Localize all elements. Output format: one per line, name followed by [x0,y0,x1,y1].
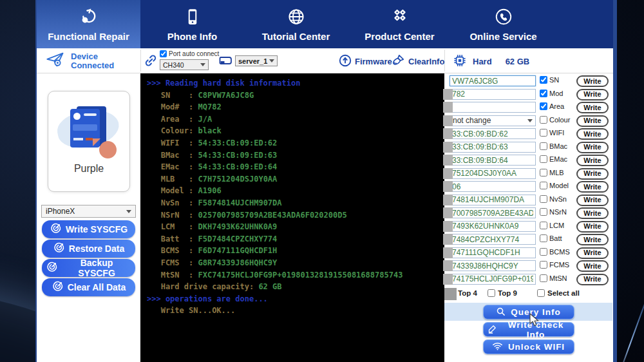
footer-checkbox-label: Select all [547,289,580,297]
field-checkbox[interactable]: MtSN [540,274,567,282]
device-card[interactable]: Purple [48,91,130,192]
field-input-batt[interactable] [450,234,536,245]
checkbox[interactable] [537,289,545,297]
port-auto-connect-checkbox[interactable]: Port auto connect [160,49,219,58]
clear-all-data-button[interactable]: Clear All Data [42,278,135,296]
backup-syscfg-button[interactable]: Backup SYSCFG [42,259,135,277]
checkbox[interactable] [540,142,547,150]
field-input-lcm[interactable] [450,221,536,232]
desktop-wallpaper: Functional Repair Phone Info Tutorial Ce… [0,0,644,362]
write-button[interactable]: Write [576,128,609,140]
hard-label: Hard [473,57,492,66]
field-input-emac[interactable] [450,155,536,166]
field-input-nsrn[interactable] [450,207,536,218]
write-check-info-button[interactable]: Write check Info [483,322,574,337]
field-checkbox[interactable]: Colour [540,116,570,124]
nav-item-phone-info[interactable]: Phone Info [140,0,244,48]
query-info-button[interactable]: Query Info [483,305,574,319]
field-input-mod[interactable] [450,89,536,100]
field-checkbox[interactable]: FCMS [540,261,569,269]
checkbox[interactable] [540,261,547,269]
field-label: BMac [549,142,567,150]
panel-row-fcms: FCMS Write [444,260,612,273]
checkbox[interactable] [540,169,547,176]
field-select[interactable]: not change [450,115,536,126]
footer-checkbox-top-9[interactable]: Top 9 [488,289,517,297]
write-button[interactable]: Write [576,247,609,259]
write-button[interactable]: Write [576,207,609,219]
field-label: Mod [549,90,563,97]
field-checkbox[interactable]: NSrN [540,208,567,216]
checkbox[interactable] [160,50,167,57]
checkbox[interactable] [540,234,547,242]
field-input-mtsn[interactable] [450,274,536,285]
field-input-bmac[interactable] [450,142,536,153]
write-button[interactable]: Write [576,168,609,180]
nav-item-product-center[interactable]: Product Center [348,0,451,48]
field-input-model[interactable] [450,181,536,192]
checkbox[interactable] [540,274,547,282]
checkbox[interactable] [540,208,547,216]
checkbox[interactable] [540,195,547,203]
write-button[interactable]: Write [576,260,609,272]
model-select[interactable]: iPhoneX [41,205,136,218]
field-checkbox[interactable]: WIFI [540,129,564,137]
write-button[interactable]: Write [576,221,609,233]
checkbox[interactable] [540,248,547,256]
field-input-sn[interactable] [450,75,536,86]
write-button[interactable]: Write [576,274,609,285]
footer-checkbox-top-4[interactable]: Top 4 [448,289,477,297]
field-input-area[interactable] [450,102,536,113]
footer-checkbox-select-all[interactable]: Select all [537,289,580,297]
field-input-mlb[interactable] [450,168,536,179]
unlock-wifi-button[interactable]: Unlock WIFI [483,339,574,354]
firmware-icon [338,53,352,70]
field-checkbox[interactable]: Mod [540,90,563,97]
server-select[interactable]: server_1 [235,55,278,66]
clearinfo-button[interactable]: ClearInfo [390,53,444,70]
field-input-nvsn[interactable] [450,195,536,205]
write-button[interactable]: Write [576,181,609,193]
brush-icon [390,53,406,70]
write-button[interactable]: Write [576,115,609,127]
field-checkbox[interactable]: BMac [540,142,567,150]
restore-data-button[interactable]: Restore Data [42,240,135,258]
write-button[interactable]: Write [576,234,609,245]
field-checkbox[interactable]: Area [540,102,564,110]
nav-item-tutorial-center[interactable]: Tutorial Center [244,0,348,48]
firmware-button[interactable]: Firmware [338,53,392,70]
write-button[interactable]: Write [576,155,609,166]
port-select[interactable]: CH340 [160,59,209,70]
write-button[interactable]: Write [576,142,609,153]
checkbox[interactable] [540,90,547,97]
write-button[interactable]: Write [576,102,609,113]
terminal-line: >>> Reading hard disk information [147,77,444,90]
terminal-output[interactable]: >>> Reading hard disk information SN : C… [140,73,444,362]
field-checkbox[interactable]: BCMS [540,248,570,256]
field-input-wifi[interactable] [450,128,536,139]
nav-label: Tutorial Center [262,31,330,42]
checkbox[interactable] [540,129,547,137]
nav-item-online-service[interactable]: Online Service [451,0,555,48]
checkbox[interactable] [540,102,547,110]
checkbox[interactable] [540,155,547,163]
field-input-bcms[interactable] [450,247,536,258]
field-checkbox[interactable]: SN [540,76,559,84]
field-checkbox[interactable]: LCM [540,222,564,229]
nav-item-functional-repair[interactable]: Functional Repair [37,0,140,48]
field-checkbox[interactable]: EMac [540,155,567,163]
field-checkbox[interactable]: NvSn [540,195,567,203]
field-checkbox[interactable]: MLB [540,169,564,176]
checkbox[interactable] [540,116,547,124]
checkbox[interactable] [488,289,495,297]
field-checkbox[interactable]: Model [540,182,569,189]
field-checkbox[interactable]: Batt [540,234,562,242]
checkbox[interactable] [540,222,547,229]
write-button[interactable]: Write [576,89,609,100]
field-input-fcms[interactable] [450,260,536,271]
write-button[interactable]: Write [576,195,609,206]
write-syscfg-button[interactable]: Write SYSCFG [42,220,135,238]
checkbox[interactable] [540,182,547,189]
write-button[interactable]: Write [576,75,609,87]
checkbox[interactable] [540,76,547,84]
